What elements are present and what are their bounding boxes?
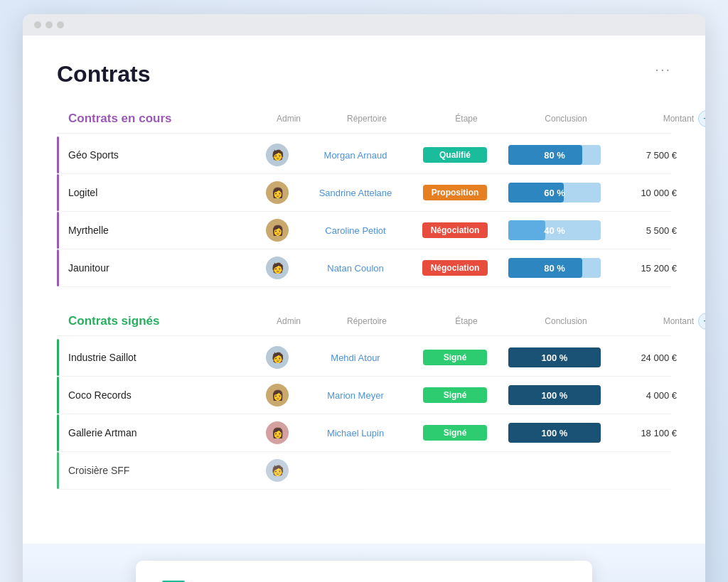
conclusion-fill (508, 220, 545, 240)
conclusion-bar: 60 % (508, 183, 601, 203)
repertoire-link[interactable]: Natan Coulon (299, 263, 412, 274)
row-border (57, 414, 59, 451)
conclusion-text: 40 % (544, 225, 565, 236)
repertoire-link[interactable]: Caroline Petiot (299, 225, 412, 236)
add-signes-button[interactable]: + (698, 313, 705, 330)
row-border (57, 249, 59, 286)
section-en-cours: Contrats en cours Admin Répertoire Étape… (57, 110, 671, 287)
browser-window: Contrats ··· Contrats en cours Admin Rép… (23, 14, 705, 582)
row-border (57, 377, 59, 414)
table-row: Croisière SFF 🧑 (57, 452, 671, 490)
montant-cell: 4 000 € (611, 390, 682, 401)
col-admin-header: Admin (267, 114, 310, 124)
app-content: Contrats ··· Contrats en cours Admin Rép… (23, 36, 705, 544)
bottom-area: when Stage changes to Won, move item to … (23, 544, 705, 582)
avatar: 🧑 (266, 459, 289, 482)
etape-badge: Négociation (422, 260, 488, 276)
table-row: Gallerie Artman 👩 Michael Lupin Signé 10… (57, 414, 671, 452)
col-montant-header: Montant (623, 114, 694, 124)
conclusion-cell: 100 % (498, 385, 611, 405)
etape-cell: Négociation (412, 222, 498, 238)
conclusion-cell: 80 % (498, 258, 611, 278)
etape-badge: Signé (423, 350, 487, 365)
conclusion-text: 80 % (544, 150, 565, 161)
montant-cell: 10 000 € (611, 188, 682, 198)
repertoire-link[interactable]: Mehdi Atour (299, 352, 412, 363)
avatar: 👩 (266, 384, 289, 406)
automation-icon (159, 575, 188, 582)
window-dot-minimize[interactable] (46, 21, 53, 28)
conclusion-bar: 80 % (508, 145, 601, 165)
table-row: Jaunitour 🧑 Natan Coulon Négociation 80 … (57, 249, 671, 287)
row-border (57, 452, 59, 489)
conclusion-text: 100 % (542, 352, 568, 363)
etape-cell: Signé (412, 350, 498, 365)
admin-cell: 👩 (256, 384, 299, 406)
table-row: Myrthelle 👩 Caroline Petiot Négociation … (57, 212, 671, 249)
col-etape-header: Étape (424, 114, 509, 124)
admin-cell: 🧑 (256, 257, 299, 279)
col-repertoire-header: Répertoire (310, 114, 424, 124)
col-admin-header-s: Admin (267, 316, 310, 326)
row-border (57, 339, 59, 376)
conclusion-cell: 60 % (498, 183, 611, 203)
table-row: Logitel 👩 Sandrine Attelane Proposition … (57, 174, 671, 212)
conclusion-cell: 40 % (498, 220, 611, 240)
row-name: Géo Sports (57, 149, 256, 161)
avatar: 🧑 (266, 346, 289, 369)
repertoire-link[interactable]: Sandrine Attelane (299, 188, 412, 198)
etape-cell: Signé (412, 387, 498, 403)
row-border (57, 212, 59, 249)
etape-badge: Qualifié (423, 147, 487, 163)
admin-cell: 👩 (256, 421, 299, 444)
admin-cell: 🧑 (256, 459, 299, 482)
browser-titlebar (23, 14, 705, 36)
repertoire-link[interactable]: Marion Meyer (299, 390, 412, 401)
etape-cell: Proposition (412, 185, 498, 200)
section-en-cours-title: Contrats en cours (68, 112, 267, 126)
col-conclusion-header-s: Conclusion (509, 316, 623, 326)
etape-cell: Négociation (412, 260, 498, 276)
avatar: 👩 (266, 219, 289, 242)
conclusion-text: 100 % (542, 428, 568, 438)
automation-tooltip: when Stage changes to Won, move item to … (136, 561, 593, 582)
repertoire-link[interactable]: Morgan Arnaud (299, 150, 412, 161)
conclusion-bar: 80 % (508, 258, 601, 278)
conclusion-text: 60 % (544, 188, 565, 198)
more-options-icon[interactable]: ··· (655, 61, 671, 77)
section-signes-header: Contrats signés Admin Répertoire Étape C… (57, 313, 671, 336)
avatar: 👩 (266, 181, 289, 204)
table-row: Industrie Saillot 🧑 Mehdi Atour Signé 10… (57, 339, 671, 377)
page-title: Contrats (57, 61, 671, 87)
table-row: Coco Records 👩 Marion Meyer Signé 100 % … (57, 377, 671, 414)
row-name: Industrie Saillot (57, 352, 256, 363)
row-name: Logitel (57, 187, 256, 198)
window-dot-close[interactable] (34, 21, 41, 28)
col-montant-header-s: Montant (623, 316, 694, 326)
conclusion-cell: 100 % (498, 423, 611, 443)
col-etape-header-s: Étape (424, 316, 509, 326)
conclusion-cell: 100 % (498, 347, 611, 367)
window-dot-maximize[interactable] (57, 21, 64, 28)
etape-badge: Négociation (422, 222, 488, 238)
row-name: Croisière SFF (57, 465, 256, 476)
montant-cell: 18 100 € (611, 428, 682, 438)
etape-cell: Signé (412, 425, 498, 441)
admin-cell: 🧑 (256, 346, 299, 369)
section-en-cours-header: Contrats en cours Admin Répertoire Étape… (57, 110, 671, 134)
row-border (57, 136, 59, 173)
row-name: Myrthelle (57, 225, 256, 236)
row-name: Gallerie Artman (57, 427, 256, 438)
conclusion-text: 80 % (544, 263, 565, 274)
repertoire-link[interactable]: Michael Lupin (299, 428, 412, 438)
montant-cell: 24 000 € (611, 352, 682, 363)
admin-cell: 🧑 (256, 144, 299, 166)
row-name: Jaunitour (57, 262, 256, 274)
add-en-cours-button[interactable]: + (698, 110, 705, 127)
avatar: 🧑 (266, 257, 289, 279)
montant-cell: 15 200 € (611, 263, 682, 274)
conclusion-cell: 80 % (498, 145, 611, 165)
montant-cell: 7 500 € (611, 150, 682, 161)
conclusion-bar: 40 % (508, 220, 601, 240)
etape-badge: Signé (423, 425, 487, 441)
